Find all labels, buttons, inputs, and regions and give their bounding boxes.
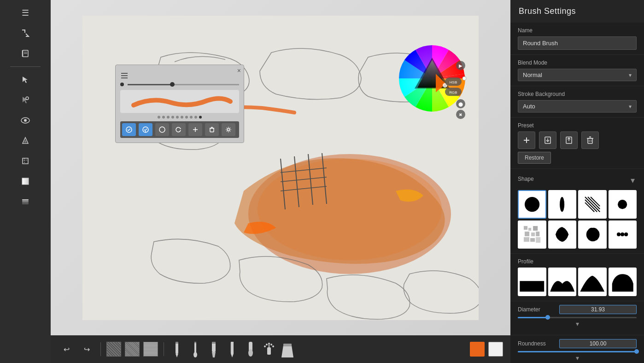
diameter-section: Diameter ▾: [510, 301, 644, 335]
brush-check-icon[interactable]: [122, 123, 136, 136]
svg-point-65: [266, 344, 268, 345]
brush-name-input[interactable]: [518, 36, 637, 50]
svg-marker-59: [231, 342, 234, 357]
primary-color-swatch[interactable]: [470, 342, 485, 357]
close-brush-popup-button[interactable]: ×: [237, 67, 241, 74]
brush-dot-5[interactable]: [176, 116, 179, 119]
svg-point-68: [272, 345, 274, 347]
roundness-expand-icon[interactable]: ▾: [518, 352, 637, 363]
svg-text:HSB: HSB: [450, 80, 457, 84]
fill-icon[interactable]: [16, 131, 35, 150]
diameter-slider-fill: [518, 317, 548, 318]
brush-check-down-icon[interactable]: [139, 123, 152, 136]
add-preset-button[interactable]: [518, 131, 535, 149]
svg-rect-104: [520, 281, 544, 292]
import-preset-button[interactable]: [539, 131, 556, 149]
shape-texture[interactable]: [518, 220, 546, 249]
name-label: Name: [518, 27, 637, 34]
brush-dot-3[interactable]: [167, 116, 170, 119]
svg-point-8: [24, 119, 27, 122]
brush-dot-10[interactable]: [199, 116, 202, 119]
brush-dot-1[interactable]: [158, 116, 160, 119]
brush-dot-6[interactable]: [181, 116, 183, 119]
brush-dot-2[interactable]: [162, 116, 165, 119]
svg-point-67: [270, 344, 272, 345]
name-section: Name: [510, 23, 644, 55]
shape-circle-small[interactable]: [609, 190, 637, 219]
roundness-slider[interactable]: [518, 351, 637, 352]
undo-button[interactable]: ↩: [58, 341, 75, 357]
svg-point-49: [228, 129, 230, 131]
brush-circle-icon[interactable]: [155, 123, 169, 136]
brush-dot-4[interactable]: [171, 116, 174, 119]
panel-title: Brush Settings: [510, 0, 644, 23]
blend-mode-select[interactable]: Normal ▾: [518, 69, 637, 81]
color-wheel-popup[interactable]: HSB RGB ▶ ⬤ ✖: [391, 37, 474, 120]
shape-hatching[interactable]: [578, 190, 607, 219]
svg-marker-57: [212, 352, 216, 357]
gradient-icon[interactable]: [16, 172, 35, 190]
stroke-bg-select[interactable]: Auto ▾: [518, 100, 637, 113]
svg-point-36: [463, 77, 466, 80]
brush-add-icon[interactable]: [188, 123, 202, 136]
shape-blob1[interactable]: [548, 220, 577, 249]
collapse-icon[interactable]: [16, 24, 35, 42]
svg-point-101: [617, 232, 621, 236]
spray-tool-icon[interactable]: [262, 341, 276, 357]
select-tool-icon[interactable]: [16, 71, 35, 89]
brush-settings-icon[interactable]: [222, 123, 235, 136]
svg-rect-93: [528, 228, 531, 231]
redo-button[interactable]: ↪: [78, 341, 95, 357]
profile-arch[interactable]: [548, 268, 577, 296]
texture-swatch-2[interactable]: [125, 342, 140, 357]
restore-button[interactable]: Restore: [518, 152, 551, 164]
svg-point-102: [621, 232, 624, 236]
diameter-slider-thumb[interactable]: [545, 315, 550, 320]
diameter-expand-icon[interactable]: ▾: [518, 318, 637, 329]
profile-bell[interactable]: [609, 268, 637, 296]
pencil-tool-icon[interactable]: [170, 341, 184, 357]
texture-swatch-3[interactable]: [143, 342, 158, 357]
brush-tool-icon[interactable]: [188, 341, 203, 357]
shape-blob2[interactable]: [578, 220, 607, 249]
canvas[interactable]: HSB RGB ▶ ⬤ ✖ ×: [51, 0, 510, 335]
shape-dots[interactable]: [609, 220, 637, 249]
brush-preset-dots: [120, 116, 239, 119]
brush-dot-7[interactable]: [185, 116, 188, 119]
svg-point-90: [618, 200, 627, 209]
export-preset-button[interactable]: [560, 131, 578, 149]
roundness-slider-fill: [518, 351, 637, 352]
roundness-value-input[interactable]: [559, 339, 637, 348]
transform-icon[interactable]: [16, 91, 35, 109]
shape-teardrop[interactable]: [548, 190, 577, 219]
shape-circle-filled[interactable]: [518, 190, 546, 219]
diameter-slider[interactable]: [518, 317, 637, 318]
brush-dot-9[interactable]: [194, 116, 197, 119]
brush-refresh-icon[interactable]: [172, 123, 186, 136]
brush-size-slider[interactable]: [128, 84, 239, 85]
svg-point-66: [268, 343, 270, 345]
secondary-color-swatch[interactable]: [488, 342, 503, 357]
pen-tool-icon[interactable]: [225, 341, 240, 357]
crop-icon[interactable]: [16, 152, 35, 170]
shape-scroll-down-icon[interactable]: ▾: [629, 173, 637, 187]
toolbar-separator-2: [164, 342, 164, 356]
diameter-value-input[interactable]: [559, 305, 637, 314]
marker-tool-icon[interactable]: [206, 341, 221, 357]
profile-flat[interactable]: [518, 268, 546, 296]
brush-dot-8[interactable]: [190, 116, 193, 119]
delete-preset-button[interactable]: [581, 131, 599, 149]
texture-swatch-1[interactable]: [106, 342, 121, 357]
profile-mountain[interactable]: [578, 268, 607, 296]
book-icon[interactable]: [16, 44, 35, 63]
hamburger-menu-icon[interactable]: ☰: [16, 4, 35, 22]
ink-tool-icon[interactable]: [243, 341, 258, 357]
roundness-slider-thumb[interactable]: [634, 349, 639, 354]
layers-icon[interactable]: [16, 192, 35, 211]
eye-icon[interactable]: [16, 111, 35, 130]
blend-mode-chevron-icon: ▾: [629, 72, 632, 78]
brush-delete-icon[interactable]: [205, 123, 219, 136]
profile-grid: [518, 268, 637, 296]
svg-point-83: [525, 197, 539, 212]
eraser-tool-icon[interactable]: [280, 341, 295, 357]
